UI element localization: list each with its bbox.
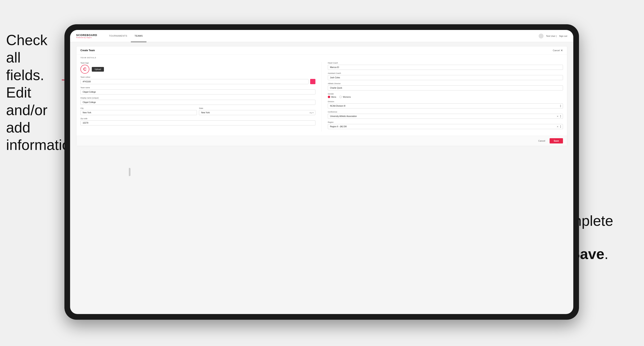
team-name-label: Team name xyxy=(80,87,316,89)
app-logo: SCOREBOARD Powered by clipp'd xyxy=(76,34,97,38)
cancel-button[interactable]: Cancel xyxy=(536,138,548,143)
annotation-line1: Check all fields. xyxy=(6,32,48,83)
assistant-coach-group: Assistant Coach xyxy=(328,72,563,80)
annotation-line2: Edit and/or add xyxy=(6,84,48,136)
division-label: Division xyxy=(328,101,563,103)
user-label: Test User | xyxy=(546,35,556,37)
team-colour-label: Team colour xyxy=(80,76,316,78)
state-select[interactable]: New York xyxy=(199,110,316,115)
division-select[interactable]: NCAA Division III xyxy=(328,103,563,108)
team-name-group: Team name xyxy=(80,87,316,95)
nav-right: Test User | Sign out xyxy=(539,34,567,38)
region-select-wrap: Region II - (M) DIII ✕ ▲▼ xyxy=(328,124,563,129)
display-name-label: Display name (unique) xyxy=(80,97,316,99)
logo-area: C Upload xyxy=(80,65,316,74)
conference-select-wrap: University Athletic Association ✕ ▲▼ xyxy=(328,114,563,119)
city-state-row: City State New York ✕ xyxy=(80,107,316,115)
conference-select[interactable]: University Athletic Association xyxy=(328,114,563,119)
region-clear-icon[interactable]: ✕ xyxy=(557,125,558,128)
tab-teams[interactable]: TEAMS xyxy=(131,30,146,42)
panel-title: Create Team xyxy=(80,49,95,52)
team-logo-group: Team logo C Upload xyxy=(80,62,316,74)
athletic-director-label: Athletic Director xyxy=(328,83,563,85)
zip-code-group: Zip code xyxy=(80,118,316,126)
logo-subtitle: Powered by clipp'd xyxy=(76,37,97,38)
gender-womens-option[interactable]: Womens xyxy=(339,96,351,98)
head-coach-input[interactable] xyxy=(328,65,563,70)
athletic-director-input[interactable] xyxy=(328,85,563,90)
create-team-panel: Create Team Cancel ✕ TEAM DETAILS Team l… xyxy=(76,46,567,146)
state-group: State New York ✕ ▲▼ xyxy=(199,107,316,115)
team-colour-group: Team colour xyxy=(80,76,316,84)
state-label: State xyxy=(199,107,316,109)
annotation-period: . xyxy=(604,246,608,262)
conference-label: Conference xyxy=(328,111,563,113)
state-clear-icon[interactable]: ✕ xyxy=(309,112,311,114)
conference-clear-icon[interactable]: ✕ xyxy=(557,115,558,118)
avatar xyxy=(539,34,544,38)
tablet-screen: SCOREBOARD Powered by clipp'd TOURNAMENT… xyxy=(70,30,573,314)
sidebar-indicator xyxy=(129,168,130,176)
panel-header: Create Team Cancel ✕ xyxy=(76,46,567,55)
panel-footer: Cancel Save xyxy=(76,136,567,146)
form-right: Head Coach Assistant Coach Athletic Dire… xyxy=(322,62,563,132)
colour-row xyxy=(80,79,316,84)
upload-button[interactable]: Upload xyxy=(92,67,104,72)
athletic-director-group: Athletic Director xyxy=(328,83,563,90)
city-state-group: City State New York ✕ xyxy=(80,107,316,115)
logo-title: SCOREBOARD xyxy=(76,34,97,37)
form-body: Team logo C Upload Team colour xyxy=(76,60,567,136)
zip-label: Zip code xyxy=(80,118,316,120)
panel-close-button[interactable]: Cancel ✕ xyxy=(553,49,563,52)
womens-radio-icon xyxy=(339,96,342,98)
colour-swatch xyxy=(310,79,316,84)
nav-tabs: TOURNAMENTS TEAMS xyxy=(105,30,539,42)
conference-group: Conference University Athletic Associati… xyxy=(328,111,563,119)
mens-label: Mens xyxy=(331,96,336,98)
form-left: Team logo C Upload Team colour xyxy=(80,62,322,132)
sign-out-link[interactable]: Sign out xyxy=(559,35,567,37)
region-select[interactable]: Region II - (M) DIII xyxy=(328,124,563,129)
head-coach-group: Head Coach xyxy=(328,62,563,70)
head-coach-label: Head Coach xyxy=(328,62,563,64)
display-name-input[interactable] xyxy=(80,100,316,105)
womens-label: Womens xyxy=(343,96,351,98)
close-x-icon: ✕ xyxy=(560,49,563,52)
city-input[interactable] xyxy=(80,110,197,115)
gender-label: Gender xyxy=(328,93,563,95)
save-button[interactable]: Save xyxy=(550,138,563,144)
city-group: City xyxy=(80,107,197,115)
section-label: TEAM DETAILS xyxy=(76,55,567,60)
navigation: SCOREBOARD Powered by clipp'd TOURNAMENT… xyxy=(70,30,573,42)
display-name-group: Display name (unique) xyxy=(80,97,316,105)
assistant-coach-input[interactable] xyxy=(328,75,563,80)
annotation-left: Check all fields. Edit and/or add inform… xyxy=(6,31,63,154)
assistant-coach-label: Assistant Coach xyxy=(328,72,563,74)
colour-input[interactable] xyxy=(80,79,308,84)
team-logo-label: Team logo xyxy=(80,62,316,64)
main-content: Create Team Cancel ✕ TEAM DETAILS Team l… xyxy=(70,42,573,314)
gender-group: Gender Mens Womens xyxy=(328,93,563,98)
region-group: Region Region II - (M) DIII ✕ ▲▼ xyxy=(328,121,563,129)
tab-tournaments[interactable]: TOURNAMENTS xyxy=(105,30,131,42)
logo-circle: C xyxy=(80,65,89,74)
city-label: City xyxy=(80,107,197,109)
region-label: Region xyxy=(328,121,563,123)
team-name-input[interactable] xyxy=(80,89,316,95)
division-select-wrap: NCAA Division III ▲▼ xyxy=(328,103,563,108)
tablet-device: SCOREBOARD Powered by clipp'd TOURNAMENT… xyxy=(64,24,579,320)
zip-input[interactable] xyxy=(80,120,316,126)
state-select-wrap: New York ✕ ▲▼ xyxy=(199,110,316,115)
gender-mens-option[interactable]: Mens xyxy=(328,96,336,98)
gender-radio-group: Mens Womens xyxy=(328,96,563,98)
mens-radio-icon xyxy=(328,96,330,98)
division-group: Division NCAA Division III ▲▼ xyxy=(328,101,563,108)
